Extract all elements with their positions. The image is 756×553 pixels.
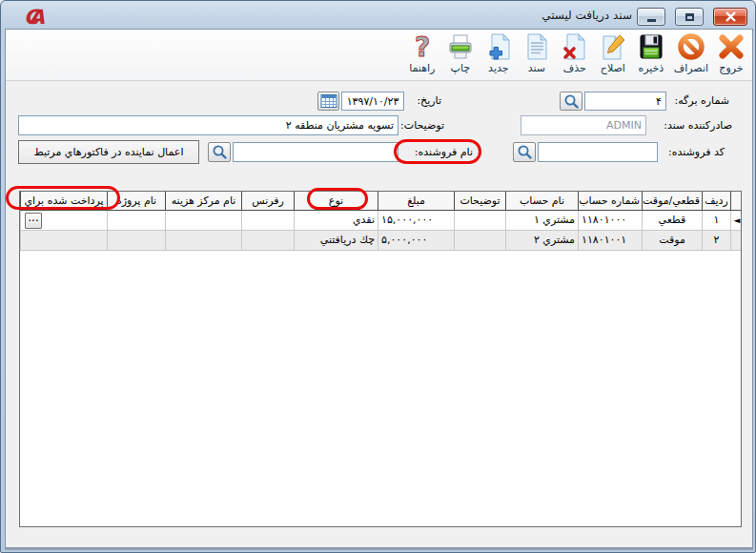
column-header-desc[interactable]: توضيحات: [455, 192, 506, 210]
cell-radif[interactable]: ۲: [703, 230, 731, 250]
cell-desc[interactable]: [455, 210, 506, 230]
window-title: سند دريافت ليستي: [541, 9, 632, 22]
toolbar-label: راهنما: [409, 62, 435, 75]
cell-desc[interactable]: [455, 230, 506, 250]
column-header-status[interactable]: قطعي/موقت: [643, 192, 703, 210]
minimize-icon: [647, 19, 656, 22]
app-logo: CA: [24, 5, 45, 29]
delete-button[interactable]: حذف: [557, 31, 593, 79]
seller-code-input[interactable]: [538, 142, 658, 162]
toolbar-label: چاپ: [451, 62, 471, 75]
cell-paid_for[interactable]: [21, 230, 108, 250]
magnifier-icon: [212, 144, 228, 160]
cell-ref[interactable]: [242, 230, 295, 250]
svg-text:?: ?: [415, 31, 430, 62]
sheet-no-lookup-button[interactable]: [560, 92, 582, 111]
table-header-row: رديفقطعي/موقتشماره حسابنام حسابتوضيحاتمب…: [21, 192, 743, 210]
page-plus-icon: [483, 31, 514, 62]
cancel-button[interactable]: انصراف: [671, 31, 711, 79]
toolbar-label: جديد: [488, 62, 508, 75]
seller-name-lookup-button[interactable]: [208, 142, 231, 162]
seller-name-input[interactable]: [233, 142, 398, 162]
exit-button[interactable]: خروج: [713, 31, 749, 79]
table-row: ۲موقت۱۱۸۰۱۰۰۱مشتري ۲۵,۰۰۰,۰۰۰چك دريافتني: [21, 230, 743, 250]
selected-row-arrow-icon: ◄: [734, 215, 741, 225]
toolbar: خروج انصراف ذخيره: [6, 30, 752, 81]
app-window: CA سند دريافت ليستي خروج: [0, 0, 756, 553]
toolbar-label: اصلاح: [601, 62, 625, 75]
exit-x-icon: [716, 31, 746, 62]
cell-paid_for[interactable]: ...: [21, 210, 108, 230]
page-lines-icon: [521, 31, 552, 62]
column-header-paid_for[interactable]: پرداخت شده براي: [21, 192, 108, 210]
magnifier-icon: [517, 144, 533, 160]
column-header-account_name[interactable]: نام حساب: [506, 192, 579, 210]
row-selector-cell[interactable]: ◄: [731, 210, 743, 230]
description-label: توضيحات:: [400, 119, 444, 132]
cell-project[interactable]: [108, 230, 166, 250]
cell-status[interactable]: موقت: [643, 230, 703, 250]
issuer-label: صادركننده سند:: [664, 119, 732, 132]
row-selector-header[interactable]: [731, 192, 743, 210]
new-button[interactable]: جديد: [480, 31, 517, 79]
seller-code-lookup-button[interactable]: [513, 142, 536, 162]
maximize-icon: [685, 13, 694, 21]
cell-cost_center[interactable]: [166, 210, 242, 230]
toolbar-label: ذخيره: [638, 62, 664, 75]
close-icon: [725, 11, 737, 22]
edit-button[interactable]: اصلاح: [595, 31, 631, 79]
calendar-button[interactable]: [317, 92, 339, 111]
cell-account_name[interactable]: مشتري ۱: [506, 210, 579, 230]
cell-status[interactable]: قطعي: [643, 210, 703, 230]
toolbar-label: انصراف: [674, 62, 708, 75]
cell-project[interactable]: [108, 210, 166, 230]
minimize-button[interactable]: [637, 8, 665, 26]
date-label: تاريخ:: [417, 94, 441, 107]
column-header-amount[interactable]: مبلغ: [378, 192, 455, 210]
save-button[interactable]: ذخيره: [633, 31, 669, 79]
table-row: ◄۱قطعي۱۱۸۰۱۰۰۰مشتري ۱۱۵,۰۰۰,۰۰۰نقدي...: [21, 210, 743, 230]
cell-account_name[interactable]: مشتري ۲: [506, 230, 579, 250]
receipts-table: رديفقطعي/موقتشماره حسابنام حسابتوضيحاتمب…: [20, 192, 742, 251]
column-header-radif[interactable]: رديف: [703, 192, 731, 210]
document-button[interactable]: سند: [519, 31, 555, 79]
data-grid-panel: رديفقطعي/موقتشماره حسابنام حسابتوضيحاتمب…: [19, 191, 742, 527]
question-mark-icon: ?: [407, 31, 438, 62]
print-button[interactable]: چاپ: [442, 31, 479, 79]
cell-cost_center[interactable]: [166, 230, 242, 250]
column-header-account_no[interactable]: شماره حساب: [579, 192, 643, 210]
column-header-ref[interactable]: رفرنس: [242, 192, 295, 210]
cell-account_no[interactable]: ۱۱۸۰۱۰۰۱: [579, 230, 643, 250]
toolbar-label: حذف: [563, 62, 586, 75]
cell-ref[interactable]: [242, 210, 295, 230]
close-button[interactable]: [713, 8, 747, 26]
toolbar-label: سند: [528, 62, 545, 75]
sheet-no-input[interactable]: [584, 92, 666, 111]
column-header-project[interactable]: نام پروژه: [108, 192, 166, 210]
apply-representative-button[interactable]: اعمال نماينده در فاكتورهاي مرتبط: [18, 140, 199, 164]
cell-type[interactable]: نقدي: [295, 210, 378, 230]
description-input[interactable]: [18, 115, 398, 135]
toolbar-label: خروج: [719, 62, 743, 75]
floppy-disk-icon: [636, 31, 666, 62]
cell-type[interactable]: چك دريافتني: [295, 230, 378, 250]
sheet-no-label: شماره برگه:: [675, 94, 729, 107]
page-delete-icon: [560, 31, 590, 62]
row-selector-cell[interactable]: [731, 230, 743, 250]
cell-amount[interactable]: ۱۵,۰۰۰,۰۰۰: [378, 210, 455, 230]
logo-letter: A: [29, 6, 44, 29]
calendar-icon: [320, 93, 337, 109]
cell-amount[interactable]: ۵,۰۰۰,۰۰۰: [378, 230, 455, 250]
help-button[interactable]: ? راهنما: [404, 31, 440, 79]
column-header-type[interactable]: نوع: [295, 192, 378, 210]
date-input[interactable]: [341, 92, 404, 111]
no-entry-icon: [676, 31, 706, 62]
cell-account_no[interactable]: ۱۱۸۰۱۰۰۰: [579, 210, 643, 230]
paid-for-ellipsis-button[interactable]: ...: [25, 213, 42, 229]
issuer-input[interactable]: [521, 115, 646, 135]
pencil-page-icon: [598, 31, 628, 62]
maximize-button[interactable]: [675, 8, 704, 26]
column-header-cost_center[interactable]: نام مركز هزينه: [166, 192, 242, 210]
cell-radif[interactable]: ۱: [703, 210, 731, 230]
titlebar: CA سند دريافت ليستي: [1, 1, 756, 29]
